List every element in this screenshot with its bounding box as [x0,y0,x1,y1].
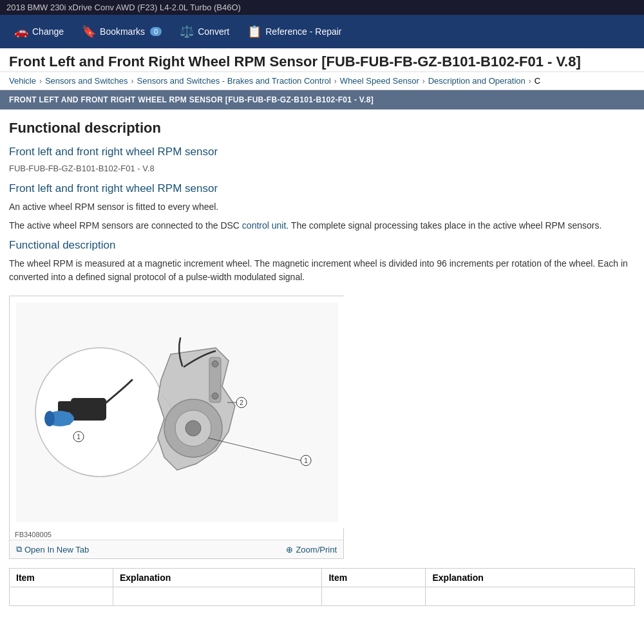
convert-icon: ⚖️ [180,24,194,39]
image-footer: ⧉ Open In New Tab ⊕ Zoom/Print [10,540,343,558]
breadcrumb-current: C [535,76,540,86]
svg-text:2: 2 [240,399,243,406]
para2-prefix: The active wheel RPM sensors are connect… [9,220,242,231]
image-box: 1 2 [9,296,344,559]
col-item2: Item [322,569,426,587]
sep-2: › [131,77,134,86]
page-title-bar: Front Left and Front Right Wheel RPM Sen… [0,48,644,72]
nav-bar: 🚗 Change 🔖 Bookmarks 0 ⚖️ Convert 📋 Refe… [0,15,644,48]
zoom-label: Zoom/Print [296,545,337,554]
cell-explanation1 [113,587,322,606]
sep-4: › [422,77,425,86]
main-heading: Functional description [9,120,635,137]
para2-suffix: . The complete signal processing takes p… [286,220,601,231]
code-ref: FUB-FUB-FB-GZ-B101-B102-F01 - V.8 [9,164,635,173]
svg-point-14 [212,393,218,399]
svg-text:1: 1 [77,433,80,440]
reference-label: Reference - Repair [265,26,341,37]
breadcrumb-vehicle[interactable]: Vehicle [9,76,36,86]
svg-point-6 [44,411,55,426]
sep-3: › [334,77,337,86]
subsection1-heading: Front left and front right wheel RPM sen… [9,146,635,158]
vehicle-title: 2018 BMW 230i xDrive Conv AWD (F23) L4-2… [6,3,241,12]
para1: An active wheel RPM sensor is fitted to … [9,200,635,214]
bookmarks-label: Bookmarks [100,26,145,37]
reference-icon: 📋 [247,24,261,39]
breadcrumb-sensors-switches[interactable]: Sensors and Switches [45,76,128,86]
explanation-table: Item Explanation Item Explanation [9,568,635,606]
change-label: Change [32,26,64,37]
cell-item1 [10,587,113,606]
section-header-text: FRONT LEFT AND FRONT RIGHT WHEEL RPM SEN… [9,95,374,104]
breadcrumb-sensors-brakes[interactable]: Sensors and Switches - Brakes and Tracti… [137,76,331,86]
convert-label: Convert [198,26,229,37]
breadcrumb-wheel-speed[interactable]: Wheel Speed Sensor [340,76,419,86]
car-icon: 🚗 [14,24,28,39]
sep-5: › [529,77,531,86]
open-in-new-tab-link[interactable]: ⧉ Open In New Tab [16,544,89,554]
open-tab-label: Open In New Tab [24,545,89,554]
bookmarks-button[interactable]: 🔖 Bookmarks 0 [74,19,169,44]
col-explanation1: Explanation [113,569,322,587]
page-title: Front Left and Front Right Wheel RPM Sen… [9,53,581,70]
image-caption: FB3408005 [10,528,343,540]
convert-button[interactable]: ⚖️ Convert [172,19,237,44]
zoom-icon: ⊕ [286,545,293,554]
breadcrumb: Vehicle › Sensors and Switches › Sensors… [0,72,644,90]
bookmarks-badge: 0 [150,27,162,36]
sensor-illustration: 1 2 [16,303,338,522]
svg-point-11 [185,421,201,436]
cell-item2 [322,587,426,606]
cell-explanation2 [426,587,635,606]
change-button[interactable]: 🚗 Change [6,19,71,44]
subsection3-heading: Functional description [9,239,635,252]
content-area: Functional description Front left and fr… [0,109,644,616]
subsection2-heading: Front left and front right wheel RPM sen… [9,182,635,195]
image-area: 1 2 [10,296,345,528]
section-header-bar: FRONT LEFT AND FRONT RIGHT WHEEL RPM SEN… [0,90,644,109]
reference-repair-button[interactable]: 📋 Reference - Repair [240,19,349,44]
svg-point-13 [212,361,218,367]
zoom-print-link[interactable]: ⊕ Zoom/Print [286,545,337,554]
open-tab-icon: ⧉ [16,544,22,554]
col-explanation2: Explanation [426,569,635,587]
sep-1: › [39,77,42,86]
bookmark-icon: 🔖 [82,24,96,39]
para2: The active wheel RPM sensors are connect… [9,219,635,232]
top-bar: 2018 BMW 230i xDrive Conv AWD (F23) L4-2… [0,0,644,15]
table-header-row: Item Explanation Item Explanation [10,569,635,587]
table-row [10,587,635,606]
col-item1: Item [10,569,113,587]
breadcrumb-description[interactable]: Description and Operation [428,76,526,86]
functional-para: The wheel RPM is measured at a magnetic … [9,257,635,284]
control-unit-link[interactable]: control unit [242,220,286,231]
svg-text:1: 1 [304,457,308,464]
